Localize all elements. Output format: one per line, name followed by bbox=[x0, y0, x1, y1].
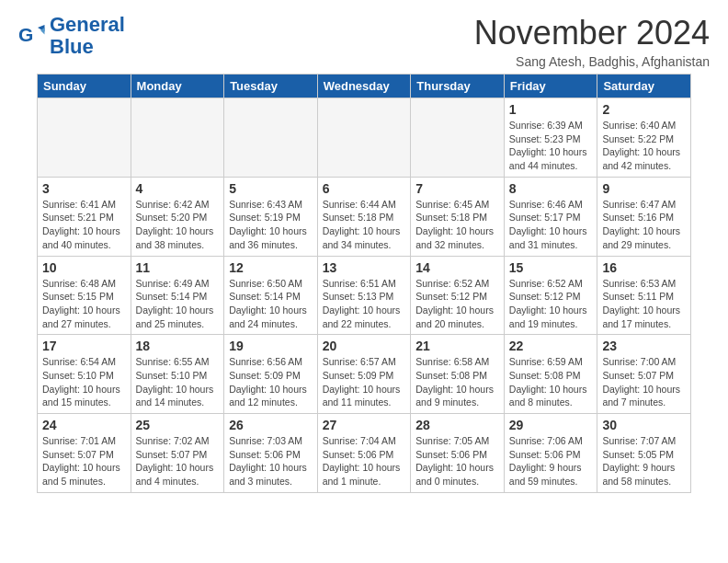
calendar-wrapper: SundayMondayTuesdayWednesdayThursdayFrid… bbox=[0, 74, 728, 507]
day-number: 22 bbox=[509, 339, 593, 353]
calendar-header: SundayMondayTuesdayWednesdayThursdayFrid… bbox=[38, 75, 691, 98]
calendar-cell bbox=[131, 98, 224, 178]
calendar-cell: 1Sunrise: 6:39 AM Sunset: 5:23 PM Daylig… bbox=[504, 98, 597, 178]
calendar-cell: 3Sunrise: 6:41 AM Sunset: 5:21 PM Daylig… bbox=[38, 177, 131, 256]
calendar-cell: 16Sunrise: 6:53 AM Sunset: 5:11 PM Dayli… bbox=[597, 256, 691, 335]
calendar-cell bbox=[317, 98, 411, 178]
day-number: 16 bbox=[602, 260, 686, 275]
col-header-wednesday: Wednesday bbox=[317, 75, 411, 98]
col-header-friday: Friday bbox=[504, 75, 597, 98]
day-info: Sunrise: 6:43 AM Sunset: 5:19 PM Dayligh… bbox=[229, 198, 313, 252]
day-number: 12 bbox=[229, 260, 313, 275]
calendar-cell: 28Sunrise: 7:05 AM Sunset: 5:06 PM Dayli… bbox=[411, 414, 505, 493]
day-number: 8 bbox=[509, 181, 593, 196]
day-number: 24 bbox=[42, 418, 126, 432]
day-number: 18 bbox=[136, 339, 220, 353]
calendar-cell: 25Sunrise: 7:02 AM Sunset: 5:07 PM Dayli… bbox=[131, 414, 224, 493]
day-number: 2 bbox=[602, 102, 686, 117]
logo: G General Blue bbox=[18, 14, 125, 58]
day-info: Sunrise: 6:55 AM Sunset: 5:10 PM Dayligh… bbox=[136, 355, 220, 409]
day-number: 3 bbox=[42, 181, 126, 196]
day-number: 29 bbox=[509, 418, 593, 432]
day-info: Sunrise: 7:01 AM Sunset: 5:07 PM Dayligh… bbox=[42, 434, 126, 488]
calendar-cell: 4Sunrise: 6:42 AM Sunset: 5:20 PM Daylig… bbox=[131, 177, 224, 256]
day-info: Sunrise: 6:57 AM Sunset: 5:09 PM Dayligh… bbox=[323, 355, 406, 409]
day-info: Sunrise: 6:59 AM Sunset: 5:08 PM Dayligh… bbox=[509, 355, 593, 409]
day-info: Sunrise: 6:58 AM Sunset: 5:08 PM Dayligh… bbox=[415, 355, 499, 409]
col-header-tuesday: Tuesday bbox=[224, 75, 318, 98]
day-number: 27 bbox=[323, 418, 406, 432]
day-info: Sunrise: 6:39 AM Sunset: 5:23 PM Dayligh… bbox=[509, 119, 593, 173]
day-info: Sunrise: 7:05 AM Sunset: 5:06 PM Dayligh… bbox=[415, 434, 499, 488]
week-row-1: 3Sunrise: 6:41 AM Sunset: 5:21 PM Daylig… bbox=[38, 177, 691, 256]
calendar-cell bbox=[411, 98, 505, 178]
col-header-monday: Monday bbox=[131, 75, 224, 98]
day-info: Sunrise: 7:03 AM Sunset: 5:06 PM Dayligh… bbox=[229, 434, 313, 488]
day-info: Sunrise: 6:50 AM Sunset: 5:14 PM Dayligh… bbox=[229, 277, 313, 331]
calendar-cell bbox=[38, 98, 131, 178]
logo-line1: General bbox=[50, 14, 125, 36]
logo-text: General Blue bbox=[50, 14, 125, 58]
calendar-cell: 27Sunrise: 7:04 AM Sunset: 5:06 PM Dayli… bbox=[317, 414, 411, 493]
day-info: Sunrise: 6:44 AM Sunset: 5:18 PM Dayligh… bbox=[323, 198, 406, 252]
day-number: 10 bbox=[42, 260, 126, 275]
calendar-cell: 6Sunrise: 6:44 AM Sunset: 5:18 PM Daylig… bbox=[317, 177, 411, 256]
col-header-thursday: Thursday bbox=[411, 75, 505, 98]
calendar-cell: 10Sunrise: 6:48 AM Sunset: 5:15 PM Dayli… bbox=[38, 256, 131, 335]
day-number: 25 bbox=[136, 418, 220, 432]
day-info: Sunrise: 6:52 AM Sunset: 5:12 PM Dayligh… bbox=[415, 277, 499, 331]
day-number: 20 bbox=[323, 339, 406, 353]
day-number: 21 bbox=[415, 339, 499, 353]
day-number: 5 bbox=[229, 181, 313, 196]
day-info: Sunrise: 6:48 AM Sunset: 5:15 PM Dayligh… bbox=[42, 277, 126, 331]
day-info: Sunrise: 6:41 AM Sunset: 5:21 PM Dayligh… bbox=[42, 198, 126, 252]
day-info: Sunrise: 7:07 AM Sunset: 5:05 PM Dayligh… bbox=[602, 434, 686, 488]
calendar-cell bbox=[224, 98, 318, 178]
day-number: 6 bbox=[323, 181, 406, 196]
header: G General Blue November 2024 Sang Atesh,… bbox=[0, 0, 728, 74]
day-number: 15 bbox=[509, 260, 593, 275]
calendar-cell: 19Sunrise: 6:56 AM Sunset: 5:09 PM Dayli… bbox=[224, 335, 318, 414]
location: Sang Atesh, Badghis, Afghanistan bbox=[474, 54, 710, 69]
calendar-cell: 15Sunrise: 6:52 AM Sunset: 5:12 PM Dayli… bbox=[504, 256, 597, 335]
calendar-cell: 13Sunrise: 6:51 AM Sunset: 5:13 PM Dayli… bbox=[317, 256, 411, 335]
calendar-cell: 24Sunrise: 7:01 AM Sunset: 5:07 PM Dayli… bbox=[38, 414, 131, 493]
title-block: November 2024 Sang Atesh, Badghis, Afgha… bbox=[474, 14, 710, 69]
calendar-cell: 17Sunrise: 6:54 AM Sunset: 5:10 PM Dayli… bbox=[38, 335, 131, 414]
day-number: 30 bbox=[602, 418, 686, 432]
day-number: 17 bbox=[42, 339, 126, 353]
calendar-cell: 5Sunrise: 6:43 AM Sunset: 5:19 PM Daylig… bbox=[224, 177, 318, 256]
day-info: Sunrise: 6:51 AM Sunset: 5:13 PM Dayligh… bbox=[323, 277, 406, 331]
week-row-4: 24Sunrise: 7:01 AM Sunset: 5:07 PM Dayli… bbox=[38, 414, 691, 493]
calendar-cell: 2Sunrise: 6:40 AM Sunset: 5:22 PM Daylig… bbox=[597, 98, 691, 178]
day-number: 9 bbox=[602, 181, 686, 196]
month-title: November 2024 bbox=[474, 14, 710, 52]
logo-icon: G bbox=[18, 22, 46, 50]
week-row-2: 10Sunrise: 6:48 AM Sunset: 5:15 PM Dayli… bbox=[38, 256, 691, 335]
day-info: Sunrise: 6:54 AM Sunset: 5:10 PM Dayligh… bbox=[42, 355, 126, 409]
day-number: 19 bbox=[229, 339, 313, 353]
calendar-cell: 29Sunrise: 7:06 AM Sunset: 5:06 PM Dayli… bbox=[504, 414, 597, 493]
week-row-0: 1Sunrise: 6:39 AM Sunset: 5:23 PM Daylig… bbox=[38, 98, 691, 178]
calendar-cell: 21Sunrise: 6:58 AM Sunset: 5:08 PM Dayli… bbox=[411, 335, 505, 414]
calendar-cell: 14Sunrise: 6:52 AM Sunset: 5:12 PM Dayli… bbox=[411, 256, 505, 335]
day-info: Sunrise: 6:47 AM Sunset: 5:16 PM Dayligh… bbox=[602, 198, 686, 252]
calendar-cell: 26Sunrise: 7:03 AM Sunset: 5:06 PM Dayli… bbox=[224, 414, 318, 493]
day-number: 14 bbox=[415, 260, 499, 275]
day-info: Sunrise: 6:53 AM Sunset: 5:11 PM Dayligh… bbox=[602, 277, 686, 331]
day-number: 1 bbox=[509, 102, 593, 117]
day-number: 26 bbox=[229, 418, 313, 432]
week-row-3: 17Sunrise: 6:54 AM Sunset: 5:10 PM Dayli… bbox=[38, 335, 691, 414]
day-info: Sunrise: 6:42 AM Sunset: 5:20 PM Dayligh… bbox=[136, 198, 220, 252]
day-info: Sunrise: 7:02 AM Sunset: 5:07 PM Dayligh… bbox=[136, 434, 220, 488]
day-number: 28 bbox=[415, 418, 499, 432]
calendar-cell: 7Sunrise: 6:45 AM Sunset: 5:18 PM Daylig… bbox=[411, 177, 505, 256]
day-info: Sunrise: 7:06 AM Sunset: 5:06 PM Dayligh… bbox=[509, 434, 593, 488]
calendar-cell: 30Sunrise: 7:07 AM Sunset: 5:05 PM Dayli… bbox=[597, 414, 691, 493]
calendar-cell: 11Sunrise: 6:49 AM Sunset: 5:14 PM Dayli… bbox=[131, 256, 224, 335]
calendar-cell: 22Sunrise: 6:59 AM Sunset: 5:08 PM Dayli… bbox=[504, 335, 597, 414]
day-number: 13 bbox=[323, 260, 406, 275]
day-number: 11 bbox=[136, 260, 220, 275]
day-number: 23 bbox=[602, 339, 686, 353]
calendar: SundayMondayTuesdayWednesdayThursdayFrid… bbox=[37, 74, 691, 493]
